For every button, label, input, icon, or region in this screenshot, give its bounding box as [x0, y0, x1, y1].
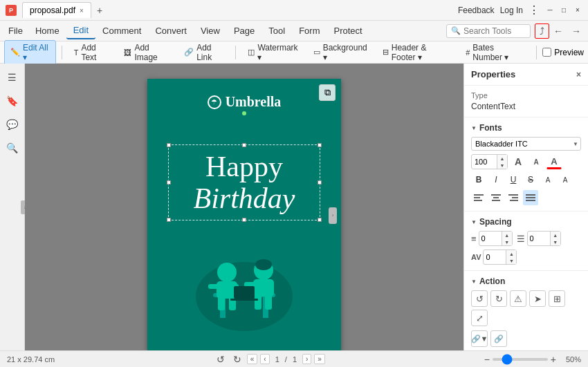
fonts-header[interactable]: ▼ Fonts	[471, 123, 581, 133]
align-justify-button[interactable]	[523, 190, 538, 205]
handle-bottom-right[interactable]	[318, 218, 322, 222]
action-link-remove[interactable]: 🔗	[490, 330, 507, 347]
handle-top-right[interactable]	[318, 143, 322, 147]
char-spacing-input[interactable]	[484, 252, 506, 263]
background-button[interactable]: ▭ Background ▾	[307, 40, 374, 65]
menu-comment[interactable]: Comment	[95, 23, 148, 39]
handle-top-mid[interactable]	[242, 143, 246, 147]
para-spacing-up[interactable]: ▲	[551, 232, 560, 238]
minimize-button[interactable]: ─	[545, 6, 555, 15]
scroll-handle-right[interactable]: ›	[329, 207, 337, 224]
prev-page-button[interactable]: ‹	[260, 354, 269, 364]
menu-home[interactable]: Home	[28, 23, 66, 39]
handle-bottom-left[interactable]	[167, 218, 171, 222]
last-page-button[interactable]: »	[314, 354, 325, 364]
sidebar-icon-comment[interactable]: 💬	[3, 115, 22, 134]
spacing-header[interactable]: ▼ Spacing	[471, 217, 581, 227]
action-header[interactable]: ▼ Action	[471, 276, 581, 286]
menu-file-label[interactable]: File	[3, 23, 28, 39]
line-spacing-up[interactable]: ▲	[502, 232, 512, 238]
login-label[interactable]: Log In	[500, 6, 523, 15]
first-page-button[interactable]: «	[247, 354, 258, 364]
action-arrow-right[interactable]: ➤	[529, 290, 546, 307]
para-spacing-input[interactable]	[528, 233, 550, 244]
font-large-icon[interactable]: A	[511, 154, 526, 169]
zoom-slider[interactable]	[493, 358, 548, 361]
sidebar-icon-bookmark[interactable]: 🔖	[3, 91, 22, 111]
align-right-button[interactable]	[506, 190, 521, 205]
close-button[interactable]: ×	[573, 6, 582, 15]
align-left-button[interactable]	[471, 190, 486, 205]
font-size-up[interactable]: ▲	[497, 155, 507, 162]
handle-mid-right[interactable]	[318, 180, 322, 185]
font-size-down[interactable]: ▼	[497, 162, 507, 169]
new-tab-icon[interactable]: +	[97, 5, 102, 16]
handle-bottom-mid[interactable]	[242, 218, 246, 222]
header-footer-button[interactable]: ⊟ Header & Footer ▾	[376, 40, 457, 65]
rotate-right-button[interactable]: ↻	[230, 353, 244, 366]
menu-convert[interactable]: Convert	[148, 23, 194, 39]
copy-button[interactable]: ⧉	[319, 84, 336, 101]
action-crop[interactable]: ⊞	[549, 290, 565, 307]
rotate-left-button[interactable]: ↺	[214, 353, 228, 366]
back-button[interactable]: ←	[549, 24, 567, 38]
search-input[interactable]	[463, 26, 526, 36]
panel-close-button[interactable]: ×	[576, 70, 581, 79]
action-rotate-ccw[interactable]: ↺	[471, 290, 488, 307]
menu-protect[interactable]: Protect	[327, 23, 369, 39]
italic-button[interactable]: I	[488, 172, 504, 187]
share-button[interactable]: ⤴	[535, 23, 549, 39]
bold-button[interactable]: B	[471, 172, 486, 187]
action-rotate-cw[interactable]: ↻	[490, 290, 507, 307]
char-spacing-up[interactable]: ▲	[506, 250, 516, 257]
handle-mid-left[interactable]	[167, 180, 171, 185]
sidebar-icon-panel[interactable]: ☰	[3, 68, 22, 87]
action-link-add[interactable]: 🔗▼	[471, 330, 488, 347]
handle-top-left[interactable]	[167, 143, 171, 147]
maximize-button[interactable]: □	[559, 6, 569, 15]
pdf-tab[interactable]: proposal.pdf ×	[22, 2, 91, 18]
font-small-icon[interactable]: A	[529, 154, 544, 169]
menu-tool[interactable]: Tool	[261, 23, 292, 39]
forward-button[interactable]: →	[567, 24, 585, 38]
menu-page[interactable]: Page	[227, 23, 261, 39]
superscript-button[interactable]: A	[540, 172, 555, 187]
sidebar-icon-search[interactable]: 🔍	[3, 138, 22, 158]
text-selection-box[interactable]: Happy Birthday	[168, 144, 320, 220]
add-image-button[interactable]: 🖼 Add Image	[118, 40, 175, 65]
font-color-icon[interactable]: A	[546, 154, 562, 169]
search-tools[interactable]: 🔍	[446, 24, 531, 38]
zoom-out-button[interactable]: −	[484, 354, 490, 365]
menu-edit[interactable]: Edit	[66, 22, 95, 39]
tab-close-icon[interactable]: ×	[80, 7, 84, 15]
line-spacing-down[interactable]: ▼	[502, 238, 512, 245]
line-spacing-input[interactable]	[479, 233, 502, 244]
action-expand[interactable]: ⤢	[471, 310, 488, 326]
menu-form[interactable]: Form	[292, 23, 327, 39]
edit-all-button[interactable]: ✏️ Edit All ▾	[4, 40, 56, 65]
happy-text: Happy	[176, 151, 313, 182]
char-spacing-down[interactable]: ▼	[506, 257, 516, 264]
add-text-button[interactable]: T Add Text	[68, 40, 116, 65]
strikethrough-button[interactable]: S	[523, 172, 538, 187]
current-page: 1	[273, 355, 282, 364]
add-link-button[interactable]: 🔗 Add Link	[178, 40, 230, 65]
more-icon[interactable]: ⋮	[529, 3, 540, 17]
feedback-label[interactable]: Feedback	[458, 6, 495, 15]
bates-number-button[interactable]: # Bates Number ▾	[459, 40, 531, 65]
zoom-in-button[interactable]: +	[551, 354, 556, 365]
watermark-button[interactable]: ◫ Watermark ▾	[241, 40, 304, 65]
underline-button[interactable]: U	[506, 172, 521, 187]
preview-toggle[interactable]: Preview	[542, 48, 584, 57]
preview-checkbox[interactable]	[542, 48, 551, 57]
menu-view[interactable]: View	[194, 23, 227, 39]
right-scroll-icon: ›	[332, 212, 334, 218]
para-spacing-down[interactable]: ▼	[551, 238, 560, 245]
svg-point-16	[255, 259, 272, 270]
font-size-input[interactable]	[472, 156, 497, 167]
subscript-button[interactable]: A	[558, 172, 573, 187]
next-page-button[interactable]: ›	[302, 354, 311, 364]
font-select[interactable]: Blackadder ITC	[471, 137, 581, 151]
align-center-button[interactable]	[488, 190, 504, 205]
action-warning[interactable]: ⚠	[510, 290, 526, 307]
